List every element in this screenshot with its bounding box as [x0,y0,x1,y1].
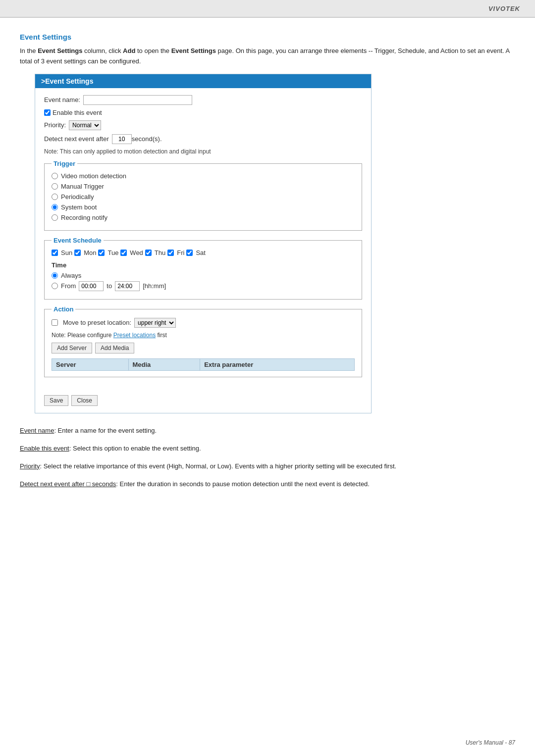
save-close-row: Save Close [35,390,371,413]
schedule-legend: Event Schedule [52,237,104,244]
day-mon: Mon [74,249,96,256]
col-extra: Extra parameter [200,358,355,370]
trigger-recording-radio[interactable] [52,214,58,221]
add-server-media-row: Add Server Add Media [52,343,355,353]
detection-note: Note: This can only applied to motion de… [44,148,362,155]
preset-note: Note: Please configure Preset locations … [52,332,355,339]
day-sun-checkbox[interactable] [52,250,58,256]
desc-detect-next: Detect next event after □ seconds: Enter… [20,479,515,490]
server-media-table: Server Media Extra parameter [52,358,355,371]
time-from-row: From to [hh:mm] [52,281,355,291]
trigger-video-motion: Video motion detection [52,172,355,180]
day-tue: Tue [98,249,118,256]
trigger-periodically-radio[interactable] [52,194,58,200]
day-fri-label: Fri [177,249,184,256]
trigger-periodically-row: Periodically [52,193,355,201]
preset-location-select[interactable]: upper right upper left lower right lower… [134,318,176,328]
col-server: Server [52,358,129,370]
enable-event-checkbox[interactable] [44,109,51,116]
day-thu-checkbox[interactable] [145,250,152,256]
panel-body: Event name: Enable this event Priority: … [35,88,371,390]
desc-event-name: Event name: Enter a name for the event s… [20,425,515,436]
trigger-video-label: Video motion detection [61,172,126,180]
schedule-days: Sun Mon Tue Wed [52,249,355,256]
time-from-radio[interactable] [52,283,58,289]
detect-suffix: second(s). [132,135,162,143]
save-button[interactable]: Save [44,395,68,406]
preset-location-row: Move to preset location: upper right upp… [52,318,355,328]
close-button[interactable]: Close [71,395,98,406]
desc-priority: Priority: Select the relative importance… [20,461,515,472]
time-always-row: Always [52,272,355,279]
time-always-label: Always [61,272,81,279]
section-title: Event Settings [20,33,515,41]
trigger-fieldset: Trigger Video motion detection Manual Tr… [44,160,362,231]
time-label: Time [52,261,355,269]
day-thu: Thu [145,249,165,256]
event-settings-panel: >Event Settings Event name: Enable this … [35,74,372,413]
time-to-label: to [107,282,112,290]
enable-event-label: Enable this event [53,109,102,116]
add-media-button[interactable]: Add Media [95,343,134,353]
detect-event-row: Detect next event after second(s). [44,134,362,144]
brand-logo: VIVOTEK [488,5,520,12]
schedule-fieldset: Event Schedule Sun Mon Tue [44,237,362,300]
main-content: Event Settings In the Event Settings col… [0,18,535,516]
trigger-manual-label: Manual Trigger [61,183,104,190]
day-wed-checkbox[interactable] [120,250,127,256]
time-hint: [hh:mm] [143,282,166,290]
day-mon-checkbox[interactable] [74,250,81,256]
day-fri-checkbox[interactable] [167,250,174,256]
day-fri: Fri [167,249,184,256]
preset-location-checkbox[interactable] [52,319,58,326]
add-server-button[interactable]: Add Server [52,343,92,353]
priority-row: Priority: Normal High Low [44,120,362,130]
day-sun-label: Sun [61,249,72,256]
trigger-legend: Trigger [52,160,77,167]
trigger-periodically-label: Periodically [61,193,94,201]
action-legend: Action [52,305,75,313]
event-name-input[interactable] [83,95,192,105]
trigger-system-boot-row: System boot [52,203,355,211]
trigger-manual-row: Manual Trigger [52,183,355,190]
detect-label: Detect next event after [44,135,109,143]
event-name-label: Event name: [44,96,80,103]
detect-seconds-input[interactable] [112,134,132,144]
action-fieldset: Action Move to preset location: upper ri… [44,305,362,377]
time-from-input[interactable] [79,281,104,291]
day-thu-label: Thu [155,249,165,256]
enable-event-row: Enable this event [44,109,362,116]
trigger-system-boot-radio[interactable] [52,204,58,210]
day-sat: Sat [186,249,206,256]
intro-paragraph: In the Event Settings column, click Add … [20,46,515,67]
day-sun: Sun [52,249,72,256]
panel-title: >Event Settings [35,74,371,88]
priority-label: Priority: [44,121,66,129]
day-tue-label: Tue [107,249,118,256]
time-always-radio[interactable] [52,272,58,279]
event-name-row: Event name: [44,95,362,105]
trigger-system-boot-label: System boot [61,203,97,211]
time-section: Time Always From to [hh:mm] [52,261,355,291]
day-wed: Wed [120,249,143,256]
priority-select[interactable]: Normal High Low [69,120,101,130]
day-mon-label: Mon [84,249,96,256]
term-detect-next: Detect next event after □ seconds [20,480,116,488]
day-wed-label: Wed [130,249,143,256]
preset-locations-link[interactable]: Preset locations [113,332,156,339]
description-section: Event name: Enter a name for the event s… [20,425,515,490]
term-event-name: Event name [20,427,54,434]
day-sat-checkbox[interactable] [186,250,193,256]
table-header-row: Server Media Extra parameter [52,358,355,370]
trigger-manual-radio[interactable] [52,183,58,190]
preset-location-label: Move to preset location: [63,319,131,326]
day-tue-checkbox[interactable] [98,250,105,256]
day-sat-label: Sat [196,249,206,256]
time-to-input[interactable] [115,281,140,291]
trigger-video-radio[interactable] [52,173,58,179]
term-enable-event: Enable this event [20,445,69,452]
time-from-label: From [61,282,76,290]
col-media: Media [128,358,200,370]
header: VIVOTEK [0,0,535,18]
page-footer: User's Manual - 87 [466,739,515,746]
